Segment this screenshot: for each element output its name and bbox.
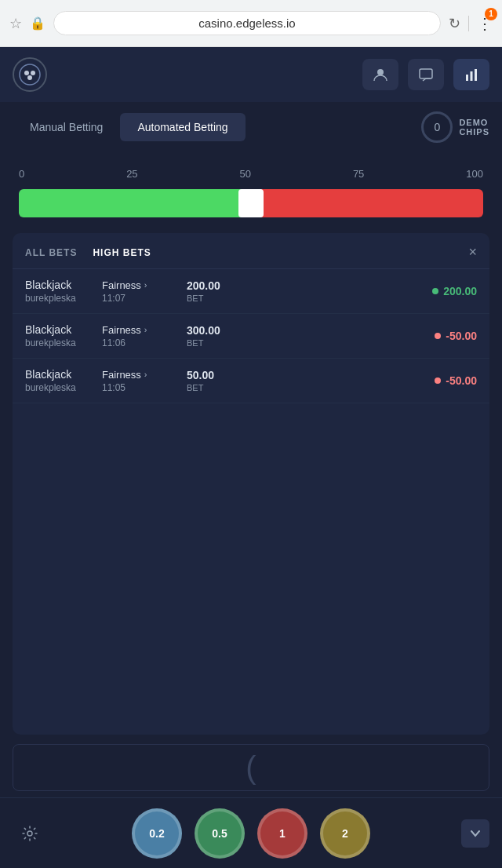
demo-value-circle: 0 — [421, 111, 453, 143]
slider-labels: 0 25 50 75 100 — [19, 168, 483, 180]
svg-point-2 — [31, 71, 35, 75]
bet-game-name-3: Blackjack — [25, 368, 96, 381]
bet-dot-3 — [435, 377, 441, 384]
bet-fairness-text-2: Fairness — [102, 324, 141, 336]
bets-header: ALL BETS HIGH BETS × — [13, 233, 489, 269]
bet-result-val-1: 200.00 — [443, 285, 477, 297]
slider-track[interactable] — [19, 189, 483, 217]
app-container: Manual Betting Automated Betting 0 DEMO … — [0, 47, 502, 868]
bet-game-name-2: Blackjack — [25, 323, 96, 336]
bet-game-name-1: Blackjack — [25, 279, 96, 291]
svg-rect-7 — [471, 71, 473, 81]
svg-point-3 — [27, 75, 32, 80]
bet-fairness-text-3: Fairness — [102, 369, 141, 381]
chip-1[interactable]: 1 — [257, 808, 307, 859]
slider-label-75: 75 — [353, 168, 364, 180]
logo — [13, 57, 47, 92]
star-icon[interactable]: ☆ — [9, 15, 22, 32]
bet-result-2: -50.00 — [435, 330, 477, 342]
reload-icon[interactable]: ↻ — [449, 15, 460, 32]
chat-button[interactable] — [408, 59, 444, 90]
chip-2[interactable]: 2 — [320, 808, 370, 859]
slider-label-50: 50 — [240, 168, 251, 180]
app-header — [0, 47, 502, 102]
slider-label-0: 0 — [19, 168, 24, 180]
chip-bar: 0.2 0.5 1 2 — [0, 797, 502, 868]
bet-result-1: 200.00 — [432, 285, 477, 297]
bet-time-1: 11:07 — [102, 293, 180, 304]
bet-fairness-1: Fairness › 11:07 — [102, 279, 180, 304]
bet-amount-3: 50.00 BET — [187, 369, 242, 392]
svg-rect-8 — [475, 69, 477, 81]
bet-fairness-3: Fairness › 11:05 — [102, 369, 180, 393]
bet-time-2: 11:06 — [102, 337, 180, 348]
bet-amount-label-3: BET — [187, 383, 242, 392]
bet-amount-label-1: BET — [187, 294, 242, 303]
svg-rect-6 — [466, 75, 468, 81]
bets-tab-high[interactable]: HIGH BETS — [93, 247, 151, 258]
bet-result-val-3: -50.00 — [446, 374, 477, 387]
bet-amount-val-2: 300.00 — [187, 324, 242, 337]
bets-tab-all[interactable]: ALL BETS — [25, 247, 77, 258]
close-icon[interactable]: × — [468, 244, 477, 261]
bet-game-2: Blackjack burekpleska — [25, 323, 96, 348]
tabs-row: Manual Betting Automated Betting 0 DEMO … — [0, 102, 502, 152]
demo-label: DEMO CHIPS — [459, 118, 489, 137]
bet-dot-1 — [432, 288, 438, 294]
chevron-right-icon-2: › — [144, 325, 147, 334]
bet-fairness-text-1: Fairness — [102, 279, 141, 291]
divider — [468, 16, 469, 31]
bet-amount-1: 200.00 BET — [187, 279, 242, 303]
menu-button[interactable]: ⋮ 1 — [477, 14, 493, 33]
bet-amount-val-1: 200.00 — [187, 279, 242, 292]
chip-0.2[interactable]: 0.2 — [132, 808, 182, 859]
slider-section: 0 25 50 75 100 — [0, 152, 502, 230]
bet-game-1: Blackjack burekpleska — [25, 279, 96, 304]
bet-fairness-2: Fairness › 11:06 — [102, 324, 180, 348]
bet-game-user-2: burekpleska — [25, 337, 96, 348]
svg-point-1 — [24, 71, 29, 75]
tab-manual[interactable]: Manual Betting — [13, 113, 120, 141]
slider-thumb[interactable] — [238, 189, 264, 217]
bet-dot-2 — [435, 333, 441, 339]
bet-game-user-3: burekpleska — [25, 382, 96, 393]
slider-label-100: 100 — [466, 168, 483, 180]
notification-badge: 1 — [485, 8, 497, 20]
settings-button[interactable] — [16, 819, 44, 848]
chevron-right-icon-1: › — [144, 280, 147, 290]
bracket-left: ( — [246, 750, 256, 786]
bets-panel: ALL BETS HIGH BETS × Blackjack burekples… — [13, 233, 489, 735]
slider-green-zone — [19, 189, 251, 217]
lock-icon: 🔒 — [30, 16, 45, 31]
browser-bar: ☆ 🔒 casino.edgeless.io ↻ ⋮ 1 — [0, 0, 502, 47]
chart-button[interactable] — [453, 59, 489, 90]
bracket-area: ( — [13, 744, 489, 791]
svg-point-0 — [20, 64, 40, 85]
chip-0.5[interactable]: 0.5 — [195, 808, 245, 859]
demo-chips-display: 0 DEMO CHIPS — [421, 111, 489, 143]
bet-result-val-2: -50.00 — [446, 330, 477, 342]
scroll-down-button[interactable] — [461, 819, 489, 848]
bet-game-3: Blackjack burekpleska — [25, 368, 96, 393]
bet-row: Blackjack burekpleska Fairness › 11:05 5… — [13, 359, 489, 403]
slider-red-zone — [251, 189, 483, 217]
bet-amount-label-2: BET — [187, 338, 242, 348]
bet-row: Blackjack burekpleska Fairness › 11:06 3… — [13, 314, 489, 359]
bet-row: Blackjack burekpleska Fairness › 11:07 2… — [13, 269, 489, 314]
bet-time-3: 11:05 — [102, 382, 180, 393]
url-bar[interactable]: casino.edgeless.io — [53, 11, 441, 35]
svg-point-9 — [27, 831, 32, 836]
tab-automated[interactable]: Automated Betting — [120, 113, 245, 141]
svg-rect-5 — [420, 69, 432, 78]
bet-amount-val-3: 50.00 — [187, 369, 242, 381]
bet-amount-2: 300.00 BET — [187, 324, 242, 348]
slider-label-25: 25 — [126, 168, 137, 180]
profile-button[interactable] — [362, 59, 398, 90]
bet-result-3: -50.00 — [435, 374, 477, 387]
svg-point-4 — [377, 69, 384, 75]
chevron-right-icon-3: › — [144, 370, 147, 379]
bet-game-user-1: burekpleska — [25, 293, 96, 304]
